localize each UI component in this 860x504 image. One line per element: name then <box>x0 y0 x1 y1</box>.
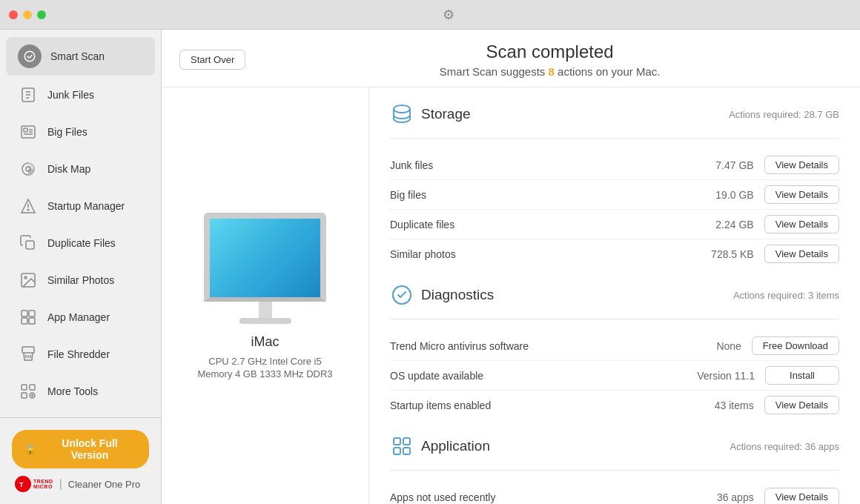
sidebar-item-file-shredder[interactable]: File Shredder <box>6 336 155 372</box>
content-body: iMac CPU 2.7 GHz Intel Core i5 Memory 4 … <box>162 87 860 504</box>
big-files-value: 19.0 GB <box>695 189 754 201</box>
content-header: Start Over Scan completed Smart Scan sug… <box>162 30 860 87</box>
sidebar-item-junk-files[interactable]: Junk Files <box>6 77 155 113</box>
app-body: Smart Scan Junk Files <box>0 30 860 504</box>
unlock-full-version-button[interactable]: 🔒 Unlock Full Version <box>12 430 149 468</box>
startup-manager-icon <box>18 196 39 216</box>
sidebar-item-label: Startup Manager <box>47 200 125 212</box>
svg-rect-27 <box>30 385 35 390</box>
svg-rect-26 <box>22 385 27 390</box>
results-panel: Storage Actions required: 28.7 GB Junk f… <box>369 87 860 504</box>
imac-screen <box>204 213 326 302</box>
sidebar-item-startup-manager[interactable]: Startup Manager <box>6 188 155 224</box>
trend-micro-logo: T TREND MICRO <box>15 476 53 492</box>
application-title-group: Application <box>390 434 490 458</box>
svg-point-33 <box>394 105 410 113</box>
os-update-label: OS update available <box>390 370 695 382</box>
svg-point-14 <box>27 209 29 210</box>
minimize-button[interactable] <box>23 10 32 19</box>
startup-items-label: Startup items enabled <box>390 399 695 411</box>
svg-point-0 <box>24 51 35 62</box>
imac-memory: Memory 4 GB 1333 MHz DDR3 <box>197 368 332 379</box>
sidebar-item-similar-photos[interactable]: Similar Photos <box>6 262 155 298</box>
sidebar-items: Smart Scan Junk Files <box>0 30 161 417</box>
application-section-header: Application Actions required: 36 apps <box>390 434 839 461</box>
sidebar-item-label: Big Files <box>47 126 87 138</box>
table-row: OS update available Version 11.1 Install <box>390 361 839 391</box>
highlight-number: 8 <box>549 65 555 78</box>
storage-actions-required: Actions required: 28.7 GB <box>729 109 839 120</box>
free-download-button[interactable]: Free Download <box>752 336 839 355</box>
traffic-lights <box>9 10 46 19</box>
diagnostics-title-group: Diagnostics <box>390 283 494 307</box>
junk-files-view-details-button[interactable]: View Details <box>764 156 839 174</box>
subtitle-text: Smart Scan suggests <box>440 65 549 78</box>
brand-name: Cleaner One Pro <box>68 479 141 490</box>
duplicate-files-view-details-button[interactable]: View Details <box>764 215 839 233</box>
trend-micro-label: Trend Micro antivirus software <box>390 340 682 352</box>
sidebar-item-smart-scan[interactable]: Smart Scan <box>6 37 155 76</box>
svg-rect-39 <box>403 448 410 454</box>
table-row: Duplicate files 2.24 GB View Details <box>390 210 839 239</box>
sidebar-item-label: Junk Files <box>47 89 94 101</box>
disk-map-icon <box>18 159 39 179</box>
apps-not-used-label: Apps not used recently <box>390 491 695 503</box>
imac-label: iMac <box>251 334 279 350</box>
big-files-view-details-button[interactable]: View Details <box>764 185 839 204</box>
similar-photos-view-details-button[interactable]: View Details <box>764 245 839 263</box>
sidebar-item-app-manager[interactable]: App Manager <box>6 299 155 335</box>
sidebar-item-label: File Shredder <box>47 348 110 360</box>
svg-rect-21 <box>29 318 35 324</box>
sidebar-item-label: App Manager <box>47 311 110 323</box>
brand-divider: | <box>59 477 62 491</box>
sidebar-item-label: Similar Photos <box>47 274 114 286</box>
sidebar-item-duplicate-files[interactable]: Duplicate Files <box>6 225 155 261</box>
scan-completed-title: Scan completed <box>257 42 842 62</box>
smart-scan-active-icon <box>18 44 42 68</box>
storage-section: Storage Actions required: 28.7 GB Junk f… <box>390 102 839 268</box>
duplicate-files-value: 2.24 GB <box>695 219 754 231</box>
diagnostics-section: Diagnostics Actions required: 3 items Tr… <box>390 283 839 420</box>
lock-icon: 🔒 <box>24 443 36 455</box>
table-row: Big files 19.0 GB View Details <box>390 180 839 210</box>
brand-footer: T TREND MICRO | Cleaner One Pro <box>12 476 149 492</box>
application-divider <box>390 470 839 471</box>
imac-cpu: CPU 2.7 GHz Intel Core i5 <box>208 356 321 367</box>
apps-view-details-button[interactable]: View Details <box>764 488 839 504</box>
storage-icon <box>390 102 414 126</box>
sidebar-item-more-tools[interactable]: More Tools <box>6 374 155 409</box>
application-actions-required: Actions required: 36 apps <box>730 441 839 452</box>
svg-rect-28 <box>22 393 27 398</box>
settings-icon[interactable]: ⚙ <box>443 7 454 23</box>
junk-files-label: Junk files <box>390 159 695 171</box>
svg-rect-18 <box>22 311 27 316</box>
svg-rect-19 <box>29 311 35 316</box>
sidebar-footer: 🔒 Unlock Full Version T TREND MICRO | <box>0 417 161 504</box>
sidebar-item-label: Duplicate Files <box>47 237 116 249</box>
scan-subtitle: Smart Scan suggests 8 actions on your Ma… <box>257 65 842 78</box>
os-update-value: Version 11.1 <box>695 370 755 382</box>
maximize-button[interactable] <box>37 10 46 19</box>
imac-base <box>239 318 291 324</box>
svg-rect-22 <box>22 347 34 353</box>
application-section: Application Actions required: 36 apps Ap… <box>390 434 839 504</box>
install-button[interactable]: Install <box>765 366 839 385</box>
app-manager-icon <box>18 307 39 328</box>
imac-neck <box>259 302 272 318</box>
svg-text:T: T <box>19 481 24 488</box>
table-row: Similar photos 728.5 KB View Details <box>390 239 839 268</box>
apps-not-used-value: 36 apps <box>695 491 754 503</box>
diagnostics-divider <box>390 319 839 319</box>
storage-title-group: Storage <box>390 102 471 126</box>
similar-photos-label: Similar photos <box>390 248 695 260</box>
sidebar-item-big-files[interactable]: Big Files <box>6 114 155 150</box>
duplicate-files-label: Duplicate files <box>390 219 695 231</box>
start-over-button[interactable]: Start Over <box>179 50 245 70</box>
subtitle-end: actions on your Mac. <box>555 65 661 78</box>
big-files-label: Big files <box>390 189 695 201</box>
startup-view-details-button[interactable]: View Details <box>764 396 839 414</box>
sidebar-item-disk-map[interactable]: Disk Map <box>6 151 155 187</box>
junk-files-icon <box>18 84 39 105</box>
trend-circle: T <box>15 476 31 492</box>
close-button[interactable] <box>9 10 18 19</box>
